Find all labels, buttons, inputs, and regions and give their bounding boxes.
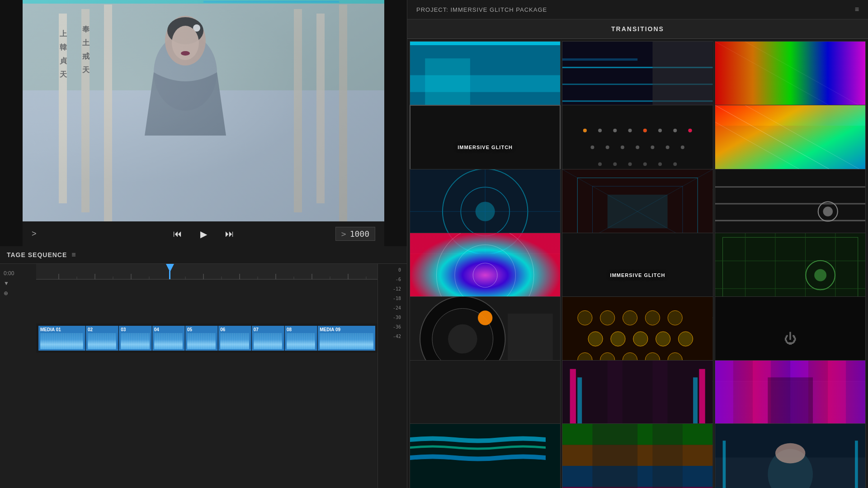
svg-rect-164: [653, 424, 683, 488]
transition-item-21[interactable]: [715, 423, 866, 488]
video-preview: 上 韓 貞 天 奉 土 戒 天: [23, 0, 384, 221]
svg-rect-6: [316, 14, 325, 203]
transitions-title: TRANSITIONS: [611, 25, 664, 33]
svg-rect-123: [508, 314, 553, 364]
svg-point-75: [643, 162, 647, 166]
timeline-main: MEDIA 01 02 03 04: [36, 264, 377, 488]
right-panel: PROJECT: IMMERSIVE GLITCH PACKAGE ≡ TRAN…: [407, 0, 868, 488]
svg-point-77: [674, 162, 677, 166]
timecode-arrow: >: [341, 229, 346, 239]
project-header: PROJECT: IMMERSIVE GLITCH PACKAGE ≡: [407, 0, 868, 19]
svg-point-60: [628, 129, 632, 132]
timecode-value: 1000: [350, 229, 369, 239]
svg-point-78: [583, 129, 587, 132]
vu-label-n36: -36: [378, 324, 405, 329]
svg-point-62: [658, 129, 662, 132]
clip-media05[interactable]: 05: [185, 326, 218, 351]
svg-text:韓: 韓: [60, 43, 67, 51]
timeline-menu-icon[interactable]: ≡: [71, 251, 75, 259]
timeline-tool-add[interactable]: ⊕: [0, 288, 36, 298]
vu-label-0: 0: [378, 267, 405, 272]
clip-media08[interactable]: 08: [285, 326, 317, 351]
svg-rect-7: [339, 5, 347, 221]
svg-text:天: 天: [59, 70, 67, 78]
timeline-header: TAGE SEQUENCE ≡: [0, 246, 407, 264]
svg-rect-23: [203, 1, 339, 3]
svg-point-126: [600, 310, 615, 325]
step-back-button[interactable]: ⏮: [171, 226, 184, 241]
svg-point-125: [578, 310, 592, 325]
clip-media07[interactable]: 07: [252, 326, 284, 351]
svg-rect-45: [425, 58, 470, 109]
project-title: PROJECT: IMMERSIVE GLITCH PACKAGE: [416, 6, 547, 13]
svg-point-117: [814, 269, 826, 282]
empty-track: [36, 354, 377, 399]
clip-label-06: 06: [220, 327, 249, 332]
svg-rect-98: [715, 187, 865, 188]
svg-text:天: 天: [82, 66, 90, 74]
vu-label-n6: -6: [378, 277, 405, 282]
step-forward-button[interactable]: ⏭: [223, 226, 236, 241]
svg-point-63: [674, 129, 677, 132]
vu-label-n12: -12: [378, 286, 405, 291]
waveform-01: [40, 333, 83, 349]
svg-point-70: [666, 145, 670, 149]
clip-media04[interactable]: 04: [152, 326, 185, 351]
svg-rect-52: [562, 58, 637, 61]
video-controls: > ⏮ ▶ ⏭ > 1000: [23, 221, 384, 246]
clip-media03[interactable]: 03: [119, 326, 151, 351]
vu-label-n42: -42: [378, 334, 405, 339]
timeline-tool-select[interactable]: ▼: [0, 278, 36, 288]
waveform-06: [220, 333, 249, 349]
audio-track-empty: [36, 280, 377, 323]
svg-rect-150: [693, 377, 698, 428]
svg-point-72: [598, 162, 602, 166]
vu-label-n18: -18: [378, 296, 405, 301]
transition-label-4: IMMERSIVE GLITCH: [458, 145, 513, 150]
left-panel: 上 韓 貞 天 奉 土 戒 天 > ⏮ ▶ ⏭ > 1000 TAGE: [0, 0, 407, 488]
waveform-02: [88, 333, 116, 349]
clip-label-04: 04: [154, 327, 183, 332]
svg-point-68: [636, 145, 639, 149]
clip-media01[interactable]: MEDIA 01: [38, 326, 85, 351]
waveform-07: [254, 333, 282, 349]
expand-button[interactable]: >: [32, 229, 37, 239]
clip-label-03: 03: [121, 327, 149, 332]
clip-media09[interactable]: MEDIA 09: [318, 326, 375, 351]
svg-rect-167: [722, 441, 726, 488]
svg-point-59: [613, 129, 617, 132]
clip-label-07: 07: [254, 327, 282, 332]
timeline-ruler: [36, 264, 377, 280]
svg-text:貞: 貞: [60, 57, 67, 65]
svg-point-170: [775, 443, 805, 464]
timeline-left: 0:00 ▼ ⊕: [0, 264, 36, 488]
svg-point-69: [651, 145, 655, 149]
play-button[interactable]: ▶: [198, 226, 209, 242]
waveform-04: [154, 333, 183, 349]
svg-rect-99: [715, 203, 865, 205]
waveform-05: [187, 333, 216, 349]
clip-media06[interactable]: 06: [218, 326, 251, 351]
svg-point-127: [623, 310, 637, 325]
vu-label-n30: -30: [378, 315, 405, 320]
svg-rect-149: [578, 377, 582, 428]
transitions-grid: IMMERSIVE GLITCH: [407, 39, 868, 488]
transition-item-19[interactable]: [410, 423, 561, 488]
svg-point-67: [621, 145, 624, 149]
project-menu-icon[interactable]: ≡: [855, 5, 859, 14]
svg-point-134: [679, 332, 693, 346]
svg-rect-46: [410, 42, 560, 45]
transition-label-11: IMMERSIVE GLITCH: [610, 272, 665, 278]
vu-meter: 0 -6 -12 -18 -24 -30 -36 -42: [377, 264, 407, 488]
transition-item-20[interactable]: [562, 423, 713, 488]
svg-text:戒: 戒: [82, 52, 90, 60]
svg-text:土: 土: [82, 39, 90, 47]
svg-point-73: [613, 162, 617, 166]
transitions-header: TRANSITIONS: [407, 19, 868, 39]
svg-point-131: [611, 332, 625, 346]
video-track[interactable]: MEDIA 01 02 03 04: [36, 324, 377, 353]
svg-rect-2: [59, 14, 67, 203]
waveform-03: [121, 333, 149, 349]
clip-label-09: MEDIA 09: [320, 327, 373, 332]
clip-media02[interactable]: 02: [86, 326, 118, 351]
